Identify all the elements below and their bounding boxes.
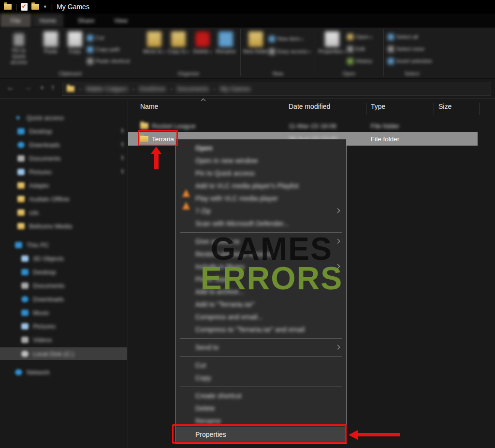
properties-quick-icon[interactable] <box>21 3 28 11</box>
invert-selection-button[interactable]: Invert selection <box>388 57 432 65</box>
new-item-button[interactable]: New item ▾ <box>269 34 303 43</box>
pin-to-quick-access-button[interactable]: Pin to Quick access <box>5 33 33 65</box>
winrar-icon <box>182 300 190 309</box>
quick-access-toolbar-caret-icon[interactable]: ▼ <box>43 4 47 9</box>
divider[interactable] <box>366 103 366 115</box>
sidebar-item-folder-4[interactable]: Bellsono Media <box>0 220 127 232</box>
open-button[interactable]: Open ▾ <box>347 32 372 41</box>
menu-item-scan-with-defender[interactable]: Scan with Microsoft Defender... <box>176 217 346 230</box>
sidebar-item-folder-3[interactable]: cds <box>0 206 127 219</box>
menu-item-restore-previous-versions[interactable]: Restore previous versions <box>176 248 346 260</box>
divider[interactable] <box>434 103 434 115</box>
menu-item-send-to[interactable]: Send to <box>176 341 346 354</box>
menu-item-give-access-to[interactable]: Give access to <box>176 235 346 248</box>
paste-shortcut-button[interactable]: Paste shortcut <box>87 57 130 65</box>
table-row-rocket-league[interactable]: Rocket League 11-Mar-23 18:08 File folde… <box>128 119 495 132</box>
caret-down-icon: ▾ <box>309 50 311 54</box>
divider[interactable] <box>284 103 284 115</box>
rename-button[interactable]: Rename <box>212 31 240 54</box>
file-type: File folder <box>371 135 399 143</box>
sidebar-item-music[interactable]: Music <box>0 306 127 319</box>
sidebar-item-downloads-qa[interactable]: Downloads ✎ <box>0 138 127 151</box>
menu-item-pin-to-start[interactable]: Pin to Start <box>176 273 346 285</box>
divider <box>240 29 241 76</box>
breadcrumb-separator: › <box>132 86 134 92</box>
file-type: File folder <box>371 122 399 130</box>
menu-item-7zip[interactable]: 7-Zip <box>176 205 346 217</box>
menu-item-copy[interactable]: Copy <box>176 372 346 384</box>
properties-ribbon-button[interactable]: Properties ▾ <box>318 31 346 55</box>
breadcrumb-item-user[interactable]: Walter Calgaro <box>86 85 128 92</box>
menu-item-pin-to-quick-access[interactable]: Pin to Quick access <box>176 167 346 179</box>
sidebar-item-documents[interactable]: Documents <box>0 279 127 292</box>
tab-view[interactable]: View <box>108 14 134 28</box>
location-folder-icon <box>67 86 74 92</box>
menu-separator <box>180 356 342 357</box>
scissors-icon <box>87 35 93 41</box>
menu-item-delete[interactable]: Delete <box>176 402 346 415</box>
ribbon: Pin to Quick access Paste Copy Cut Copy … <box>0 28 495 79</box>
divider[interactable] <box>480 103 480 115</box>
sidebar-item-downloads[interactable]: Downloads <box>0 293 127 305</box>
menu-item-create-shortcut[interactable]: Create shortcut <box>176 389 346 402</box>
rename-icon <box>218 31 233 47</box>
menu-item-open[interactable]: Open <box>176 142 346 154</box>
back-button[interactable]: ← <box>7 83 15 92</box>
new-folder-quick-icon[interactable] <box>31 4 39 10</box>
delete-icon <box>195 31 210 47</box>
copy-path-button[interactable]: Copy path <box>87 45 120 54</box>
tab-home[interactable]: Home <box>32 14 63 28</box>
forward-button[interactable]: → <box>24 83 32 92</box>
edit-button[interactable]: Edit <box>347 45 365 53</box>
sidebar-item-videos[interactable]: Videos <box>0 333 127 346</box>
menu-item-vlc-play[interactable]: Play with VLC media player <box>176 192 346 205</box>
recent-locations-caret-icon[interactable]: ▼ <box>40 85 44 90</box>
select-none-icon <box>388 46 394 52</box>
column-header-type[interactable]: Type <box>371 103 385 110</box>
select-all-button[interactable]: Select all <box>388 32 418 41</box>
new-folder-icon <box>248 31 263 47</box>
divider: | <box>51 3 53 11</box>
tab-share[interactable]: Share <box>72 14 100 28</box>
sidebar-item-local-disk-c[interactable]: Local Disk (C:) <box>0 347 127 360</box>
sidebar-item-folder-2[interactable]: Audials Offline <box>0 193 127 205</box>
select-none-button[interactable]: Select none <box>388 45 424 53</box>
breadcrumb-item-my-games[interactable]: My Games <box>220 85 251 92</box>
sidebar-item-this-pc[interactable]: This PC <box>0 239 127 251</box>
divider: | <box>15 3 17 11</box>
breadcrumb[interactable]: › Walter Calgaro › OneDrive › Documents … <box>62 82 491 96</box>
sidebar-item-pictures[interactable]: Pictures <box>0 320 127 332</box>
new-folder-button[interactable]: New folder <box>242 31 270 54</box>
sidebar-item-3d-objects[interactable]: 3D Objects <box>0 252 127 265</box>
menu-item-cut[interactable]: Cut <box>176 359 346 372</box>
sidebar-item-desktop-qa[interactable]: Desktop ✎ <box>0 125 127 137</box>
history-button[interactable]: History <box>347 57 372 65</box>
column-header-date-modified[interactable]: Date modified <box>289 103 330 110</box>
up-button[interactable]: ↑ <box>51 83 55 92</box>
tab-file[interactable]: File <box>0 14 31 28</box>
menu-item-add-to-rar[interactable]: Add to "Terraria.rar" <box>176 298 346 311</box>
column-header-name[interactable]: Name <box>140 103 158 110</box>
menu-item-add-to-archive[interactable]: Add to archive... <box>176 285 346 298</box>
breadcrumb-item-onedrive[interactable]: OneDrive <box>139 85 166 92</box>
sidebar-item-pictures-qa[interactable]: Pictures ✎ <box>0 165 127 178</box>
menu-item-open-in-new-window[interactable]: Open in new window <box>176 154 346 167</box>
sidebar-item-desktop[interactable]: Desktop <box>0 266 127 278</box>
downloads-icon <box>17 142 25 148</box>
easy-access-button[interactable]: Easy access ▾ <box>269 47 311 56</box>
menu-item-vlc-add-playlist[interactable]: Add to VLC media player's Playlist <box>176 179 346 192</box>
sidebar-item-quick-access[interactable]: ★ Quick access <box>0 111 127 124</box>
sidebar-item-network[interactable]: Network <box>0 366 127 378</box>
copy-button[interactable]: Copy <box>61 31 89 54</box>
folder-icon <box>17 182 25 189</box>
pin-icon: ✎ <box>118 154 127 162</box>
vlc-icon <box>182 194 190 203</box>
cut-button[interactable]: Cut <box>87 33 104 42</box>
breadcrumb-item-documents[interactable]: Documents <box>177 85 209 92</box>
sidebar-item-folder-1[interactable]: Adapto <box>0 179 127 192</box>
column-header-size[interactable]: Size <box>438 103 451 110</box>
menu-item-compress-and-email[interactable]: Compress and email... <box>176 311 346 323</box>
menu-item-compress-to-rar-and-email[interactable]: Compress to "Terraria.rar" and email <box>176 323 346 336</box>
menu-item-include-in-library[interactable]: Include in library <box>176 260 346 273</box>
sidebar-item-documents-qa[interactable]: Documents ✎ <box>0 152 127 164</box>
